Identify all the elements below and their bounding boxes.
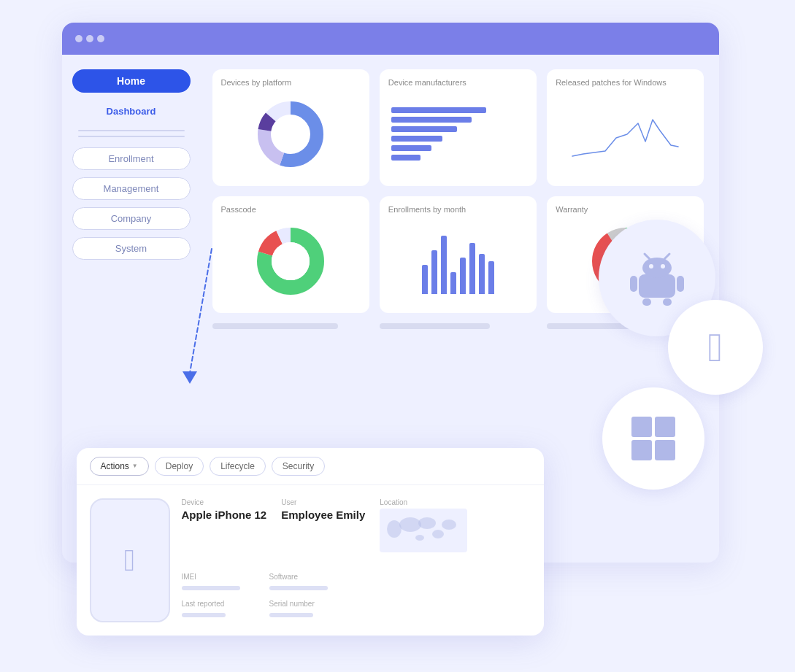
user-name: Employee Emily: [281, 509, 365, 522]
chart-title-devices: Devices by platform: [221, 78, 361, 87]
svg-point-23: [642, 258, 672, 278]
svg-line-27: [664, 254, 669, 259]
svg-rect-28: [630, 276, 637, 292]
chart-area-hbar: [388, 94, 528, 174]
windows-icon: [629, 414, 678, 463]
chart-manufacturers: Device manufacturers: [380, 69, 537, 186]
skeleton-line-1: [212, 323, 338, 329]
vbar-1: [422, 265, 428, 294]
map-svg: [380, 509, 467, 552]
device-fields-row-2: IMEI Last reported Software Serial numbe…: [182, 573, 531, 617]
device-field-software: Software Serial number: [269, 573, 342, 617]
imei-skeleton: [182, 586, 240, 590]
svg-point-16: [387, 520, 402, 538]
chart-title-passcode: Passcode: [221, 205, 361, 214]
chart-title-patches: Released patches for Windows: [556, 78, 695, 87]
chart-title-warranty: Warranty: [556, 205, 695, 214]
chart-area-vbar: [388, 221, 528, 301]
vbar-4: [450, 272, 456, 294]
vbar-chart: [419, 228, 497, 294]
deploy-button[interactable]: Deploy: [155, 457, 204, 476]
software-label: Software: [269, 573, 342, 581]
svg-rect-35: [655, 440, 675, 460]
actions-dropdown-arrow: ▼: [132, 463, 138, 469]
device-phone-preview: : [90, 498, 170, 622]
chart-title-manufacturers: Device manufacturers: [388, 78, 528, 87]
svg-line-13: [190, 249, 212, 373]
vbar-8: [488, 261, 494, 294]
location-label: Location: [380, 498, 467, 506]
sidebar-dividers: [72, 127, 191, 140]
user-label: User: [281, 498, 365, 506]
dot-1: [75, 35, 82, 42]
hbar-fill-3: [391, 126, 457, 132]
lifecycle-button[interactable]: Lifecycle: [210, 457, 266, 476]
hbar-fill-6: [391, 155, 420, 161]
browser-titlebar: [62, 23, 719, 55]
chart-devices-platform: Devices by platform: [212, 69, 369, 186]
hbar-chart: [388, 107, 528, 161]
android-icon: [628, 249, 686, 307]
hbar-row-1: [391, 107, 525, 113]
svg-rect-31: [663, 298, 672, 306]
security-button[interactable]: Security: [272, 457, 325, 476]
home-button[interactable]: Home: [72, 69, 191, 93]
device-field-device: Device Apple iPhone 12: [182, 498, 267, 560]
svg-line-26: [645, 254, 650, 259]
dashed-arrow: [168, 242, 226, 387]
chart-area-donut1: [221, 94, 361, 174]
titlebar-dots: [75, 35, 104, 42]
svg-point-8: [272, 242, 310, 280]
vbar-3: [441, 236, 447, 294]
hbar-row-4: [391, 136, 525, 142]
svg-rect-30: [642, 298, 651, 306]
svg-point-24: [649, 264, 653, 269]
svg-rect-29: [677, 276, 684, 292]
device-label: Device: [182, 498, 267, 506]
sidebar-item-company[interactable]: Company: [72, 207, 191, 230]
hbar-fill-4: [391, 136, 442, 142]
dot-2: [86, 35, 93, 42]
svg-point-21: [415, 535, 424, 541]
divider-line-1: [78, 130, 185, 131]
skeleton-line-2: [380, 323, 490, 329]
device-field-extra: [357, 573, 430, 617]
skeleton-col-1: [212, 323, 369, 329]
svg-point-25: [661, 264, 665, 269]
svg-marker-14: [183, 371, 197, 384]
svg-point-17: [399, 517, 421, 532]
device-card-body:  Device Apple iPhone 12 User Employee E…: [77, 485, 544, 636]
dashboard-label: Dashboard: [72, 103, 191, 120]
sidebar-item-enrollment[interactable]: Enrollment: [72, 147, 191, 170]
divider-line-2: [78, 136, 185, 137]
serial-number-label: Serial number: [269, 600, 342, 608]
svg-point-20: [442, 520, 456, 530]
actions-button[interactable]: Actions ▼: [90, 457, 149, 476]
software-skeleton: [269, 586, 328, 590]
hbar-fill-5: [391, 145, 431, 151]
last-reported-label: Last reported: [182, 600, 255, 608]
svg-point-4: [272, 115, 310, 153]
svg-rect-32: [631, 417, 652, 437]
platform-circle-windows: [602, 387, 704, 490]
hbar-fill-1: [391, 107, 486, 113]
vbar-7: [479, 254, 485, 294]
device-fields-row-1: Device Apple iPhone 12 User Employee Emi…: [182, 498, 531, 560]
device-field-location: Location: [380, 498, 467, 560]
sidebar-item-management[interactable]: Management: [72, 177, 191, 200]
skeleton-col-2: [380, 323, 537, 329]
device-field-imei: IMEI Last reported: [182, 573, 255, 617]
chart-passcode: Passcode: [212, 196, 369, 313]
chart-title-enrollments: Enrollments by month: [388, 205, 528, 214]
serial-number-skeleton: [269, 613, 313, 617]
svg-point-18: [418, 517, 436, 529]
actions-label: Actions: [101, 461, 129, 471]
hbar-row-2: [391, 117, 525, 123]
svg-rect-34: [631, 440, 652, 460]
device-card: Actions ▼ Deploy Lifecycle Security  De…: [77, 448, 544, 636]
chart-patches: Released patches for Windows: [547, 69, 704, 186]
hbar-fill-2: [391, 117, 472, 123]
svg-rect-33: [655, 417, 675, 437]
dot-3: [97, 35, 104, 42]
vbar-6: [469, 243, 475, 294]
